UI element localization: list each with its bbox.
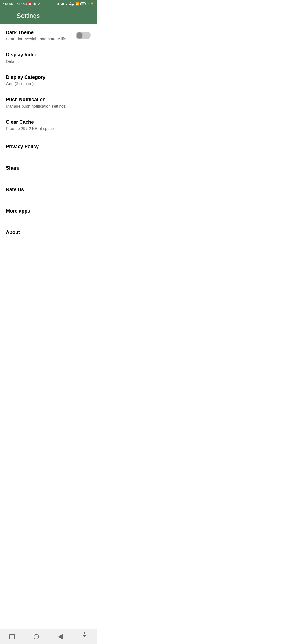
dark-theme-toggle[interactable] bbox=[76, 32, 91, 39]
page-title: Settings bbox=[17, 12, 40, 20]
settings-item-more-apps-content: More apps bbox=[6, 208, 91, 214]
status-left: 6:56 AM | 2.3KB/s ⏰ ⏰ ⟳ bbox=[3, 2, 40, 6]
display-video-subtitle: Default bbox=[6, 59, 91, 64]
settings-item-privacy-policy[interactable]: Privacy Policy bbox=[0, 136, 97, 158]
settings-item-rate-us-content: Rate Us bbox=[6, 186, 91, 193]
alarm2-icon: ⏰ bbox=[33, 2, 37, 6]
display-category-subtitle: Grid (3 column) bbox=[6, 81, 91, 86]
push-notification-title: Push Notification bbox=[6, 97, 91, 103]
dark-theme-title: Dark Theme bbox=[6, 30, 71, 36]
settings-item-more-apps[interactable]: More apps bbox=[0, 200, 97, 222]
toggle-knob bbox=[77, 32, 82, 38]
status-bar: 6:56 AM | 2.3KB/s ⏰ ⏰ ⟳ ✱ VoWiFi 📶 bbox=[0, 0, 97, 8]
settings-item-display-category[interactable]: Display Category Grid (3 column) bbox=[0, 69, 97, 91]
display-category-title: Display Category bbox=[6, 74, 91, 80]
bluetooth-icon: ✱ bbox=[57, 2, 60, 6]
settings-item-clear-cache-content: Clear Cache Free up 297.2 KB of space bbox=[6, 119, 91, 131]
settings-item-about-content: About bbox=[6, 229, 91, 236]
rate-us-title: Rate Us bbox=[6, 186, 91, 193]
dark-theme-subtitle: Better for eyesight and battery life bbox=[6, 36, 71, 41]
more-apps-title: More apps bbox=[6, 208, 91, 214]
back-icon: ← bbox=[4, 12, 10, 19]
settings-item-share[interactable]: Share bbox=[0, 158, 97, 179]
toolbar: ← Settings bbox=[0, 8, 97, 24]
settings-item-display-category-content: Display Category Grid (3 column) bbox=[6, 74, 91, 86]
signal-icon bbox=[61, 2, 64, 5]
settings-item-push-notification[interactable]: Push Notification Manage push notificati… bbox=[0, 91, 97, 114]
vowifi-icon: VoWiFi bbox=[69, 1, 74, 6]
wifi-icon: 📶 bbox=[75, 2, 79, 6]
push-notification-subtitle: Manage push notification settings bbox=[6, 104, 91, 108]
settings-item-share-content: Share bbox=[6, 165, 91, 171]
settings-item-about[interactable]: About bbox=[0, 222, 97, 243]
privacy-policy-title: Privacy Policy bbox=[6, 144, 91, 150]
battery-icon bbox=[80, 2, 85, 5]
settings-item-rate-us[interactable]: Rate Us bbox=[0, 179, 97, 200]
settings-list: Dark Theme Better for eyesight and batte… bbox=[0, 24, 97, 258]
status-separator: | bbox=[15, 2, 15, 5]
status-right: ✱ VoWiFi 📶 76 ⚡ bbox=[57, 1, 94, 6]
settings-item-push-notification-content: Push Notification Manage push notificati… bbox=[6, 97, 91, 108]
sync-icon: ⟳ bbox=[38, 2, 40, 6]
settings-item-dark-theme[interactable]: Dark Theme Better for eyesight and batte… bbox=[0, 24, 97, 46]
display-video-title: Display Video bbox=[6, 52, 91, 58]
alarm-icon: ⏰ bbox=[28, 2, 32, 6]
settings-item-privacy-policy-content: Privacy Policy bbox=[6, 144, 91, 150]
charging-icon: ⚡ bbox=[90, 2, 94, 6]
settings-item-clear-cache[interactable]: Clear Cache Free up 297.2 KB of space bbox=[0, 114, 97, 136]
clear-cache-title: Clear Cache bbox=[6, 119, 91, 125]
settings-item-display-video[interactable]: Display Video Default bbox=[0, 46, 97, 69]
settings-item-display-video-content: Display Video Default bbox=[6, 52, 91, 63]
status-network-speed: 2.3KB/s bbox=[16, 2, 27, 5]
settings-item-dark-theme-content: Dark Theme Better for eyesight and batte… bbox=[6, 30, 71, 41]
status-time: 6:56 AM bbox=[3, 2, 13, 5]
battery-percent: 76 bbox=[86, 2, 89, 5]
clear-cache-subtitle: Free up 297.2 KB of space bbox=[6, 126, 91, 131]
share-title: Share bbox=[6, 165, 91, 171]
back-button[interactable]: ← bbox=[2, 10, 12, 21]
about-title: About bbox=[6, 229, 91, 236]
signal2-icon bbox=[65, 2, 68, 5]
